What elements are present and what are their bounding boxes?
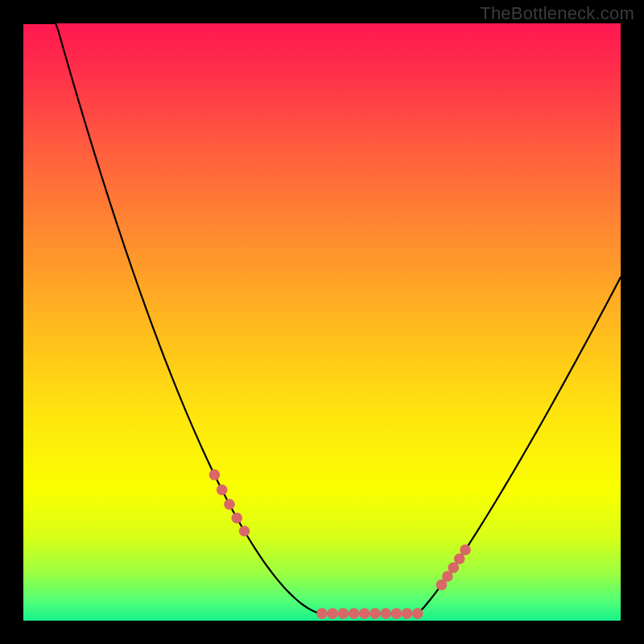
curve-marker bbox=[239, 526, 250, 537]
curve-marker bbox=[380, 608, 391, 619]
chart-plot-area bbox=[23, 23, 621, 621]
curve-marker bbox=[224, 499, 235, 510]
curve-marker bbox=[231, 513, 242, 524]
curve-markers bbox=[209, 469, 471, 619]
curve-marker bbox=[217, 485, 228, 496]
watermark-text: TheBottleneck.com bbox=[480, 3, 634, 24]
curve-marker bbox=[369, 608, 381, 619]
curve-marker bbox=[349, 608, 360, 619]
bottleneck-curve-svg bbox=[23, 23, 621, 621]
curve-marker bbox=[327, 608, 338, 619]
curve-marker bbox=[454, 553, 465, 564]
curve-marker bbox=[448, 562, 459, 573]
curve-marker bbox=[460, 544, 471, 555]
curve-marker bbox=[402, 608, 413, 619]
curve-marker bbox=[209, 469, 221, 481]
curve-marker bbox=[412, 608, 423, 619]
curve-marker bbox=[338, 608, 349, 619]
curve-marker bbox=[316, 608, 328, 619]
bottleneck-curve bbox=[23, 23, 621, 613]
curve-marker bbox=[359, 608, 370, 619]
curve-marker bbox=[391, 608, 402, 619]
